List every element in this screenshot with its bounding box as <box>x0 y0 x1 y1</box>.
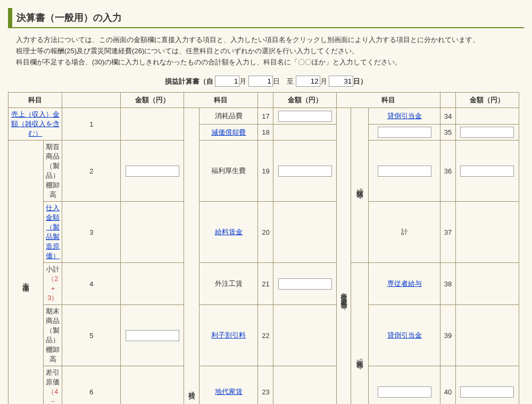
link-senju[interactable]: 専従者給与 <box>387 279 422 287</box>
page-title: 決算書（一般用）の入力 <box>8 8 524 28</box>
header-subject: 科目 <box>184 93 258 108</box>
header-amount: 金額（円） <box>455 93 519 108</box>
instruction-line: 入力する方法については、この画面の金額欄に直接入力する項目と、入力したい項目名を… <box>16 35 516 46</box>
subj-19: 福利厚生費 <box>200 141 258 202</box>
vert-kurimodoshi: 繰戻額等 <box>351 108 369 263</box>
link-kashidaore-39[interactable]: 貸倒引当金 <box>387 331 422 339</box>
subj-5: 期末商品（製品）棚卸高 <box>44 305 62 366</box>
subj-37: 計 <box>369 202 440 263</box>
instructions-block: 入力する方法については、この画面の金額欄に直接入力する項目と、入力したい項目名を… <box>16 35 516 68</box>
link-rishi[interactable]: 利子割引料 <box>211 331 246 339</box>
subject-36[interactable] <box>378 166 431 177</box>
profit-loss-table: 科目 金額（円） 科目 金額（円） 科目 金額（円） 売上（収入）金額（雑収入を… <box>8 92 524 404</box>
amount-5[interactable] <box>126 330 179 341</box>
amount-40[interactable] <box>460 386 514 398</box>
subj-2: 期首商品（製品）棚卸高 <box>44 141 62 202</box>
vert-kakushu: 各種引当金・準備金等 <box>337 108 351 404</box>
link-depreciation[interactable]: 減価償却費 <box>211 128 246 136</box>
link-kashidaore-34[interactable]: 貸倒引当金 <box>387 112 422 120</box>
header-subject: 科目 <box>337 93 440 108</box>
subject-35[interactable] <box>378 127 431 138</box>
period-row: 損益計算書（自 月 日 至 月 日） <box>8 76 524 87</box>
period-month-from[interactable] <box>215 76 239 87</box>
period-month-to[interactable] <box>296 76 320 87</box>
instruction-line: 科目欄が不足する場合、(30)の欄に入力しきれなかったものの合計額を入力し、科目… <box>16 57 516 68</box>
header-amount: 金額（円） <box>121 93 184 108</box>
amount-21[interactable] <box>278 278 332 290</box>
subject-40[interactable] <box>378 386 431 398</box>
amount-2[interactable] <box>126 166 179 177</box>
link-chidai[interactable]: 地代家賃 <box>215 387 243 395</box>
amount-36[interactable] <box>460 166 514 177</box>
header-amount: 金額（円） <box>273 93 337 108</box>
vert-kurinyu: 繰入額等 <box>351 263 369 404</box>
period-day-to[interactable] <box>329 76 353 87</box>
subj-21: 外注工賃 <box>200 263 258 305</box>
vert-keihi: 経費 <box>184 108 200 404</box>
amount-35[interactable] <box>460 127 514 138</box>
instruction-line: 税理士等の報酬(25)及び震災関連経費(26)については、任意科目とのいずれかの… <box>16 46 516 57</box>
link-kyuryo[interactable]: 給料賃金 <box>215 228 243 236</box>
link-sales[interactable]: 売上（収入）金額（雑収入を含む） <box>11 110 60 137</box>
subj-17: 消耗品費 <box>200 108 258 125</box>
vert-urigen: 売上原価 <box>9 141 44 404</box>
link-shiire[interactable]: 仕入金額（製品製造原価） <box>46 204 60 260</box>
header-subject: 科目 <box>9 93 62 108</box>
amount-19[interactable] <box>278 166 332 177</box>
amount-17[interactable] <box>278 111 332 122</box>
period-day-from[interactable] <box>248 76 273 87</box>
